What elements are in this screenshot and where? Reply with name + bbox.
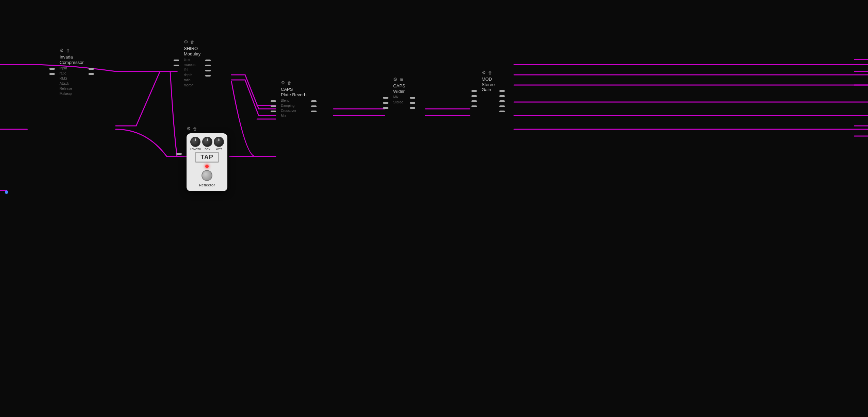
tap-wet-knob-container: WET — [214, 137, 224, 151]
caps-wider-gear-icon[interactable] — [393, 77, 398, 82]
shiro-trash-icon[interactable] — [190, 39, 194, 45]
tap-button-label: TAP — [195, 152, 219, 163]
caps-plate-input-jacks — [271, 100, 276, 112]
caps-wider-output-jacks — [410, 97, 415, 109]
invada-output-jack-1 — [89, 68, 94, 70]
mod-gear-icon[interactable] — [482, 70, 486, 75]
tap-dry-label: DRY — [205, 148, 210, 151]
caps-wider-trash-icon[interactable] — [400, 77, 404, 82]
mod-input-jacks — [471, 90, 477, 107]
invada-plugin-title: Invada Compressor — [60, 54, 84, 65]
caps-plate-params: Blend Damping Crossover Mix — [281, 98, 306, 118]
invada-output-jack-2 — [89, 73, 94, 75]
caps-plate-reverb-node: CAPS Plate Reverb Blend Damping Crossove… — [281, 80, 306, 118]
shiro-input-jacks — [174, 60, 179, 66]
caps-plate-output-jack-1 — [311, 100, 317, 102]
caps-wider-input-jack-3 — [383, 107, 388, 109]
tap-pedal-body: LENGTH DRY WET TAP Reflector — [187, 133, 227, 191]
caps-plate-trash-icon[interactable] — [287, 80, 291, 85]
tap-input-jack-1 — [176, 153, 182, 155]
mod-stereo-gain-node: MOD Stereo Gain — [482, 70, 495, 93]
mod-input-jack-3 — [471, 100, 477, 102]
tap-length-knob-container: LENGTH — [190, 137, 201, 151]
caps-wider-input-jack-2 — [383, 102, 388, 104]
caps-wider-output-jack-3 — [410, 107, 415, 109]
caps-wider-input-jacks — [383, 97, 388, 109]
mod-output-jack-1 — [499, 90, 505, 92]
wire-canvas: .wire { fill: none; stroke: #cc00cc; str… — [0, 0, 868, 417]
tap-length-label: LENGTH — [190, 148, 201, 151]
tap-wet-knob[interactable] — [214, 137, 224, 147]
caps-plate-subtitle: Plate Reverb — [281, 92, 306, 98]
shiro-output-jack-3 — [205, 70, 211, 71]
shiro-plugin-title: SHIRO Modulay — [184, 46, 200, 56]
tap-dry-knob[interactable] — [202, 137, 212, 147]
tap-trash-icon[interactable] — [193, 126, 197, 131]
mod-subtitle: Stereo Gain — [482, 82, 495, 93]
invada-params: input ratio RMS Attack Release Makeup — [60, 66, 84, 96]
shiro-gear-icon[interactable] — [184, 39, 188, 45]
caps-wider-output-jack-2 — [410, 102, 415, 104]
invada-gear-icon[interactable] — [60, 48, 64, 53]
invada-subtitle: Compressor — [60, 60, 84, 65]
mod-output-jack-5 — [499, 111, 505, 112]
caps-plate-input-jack-1 — [271, 100, 276, 102]
mod-output-jacks — [499, 90, 505, 112]
caps-wider-subtitle: Wider — [393, 89, 405, 94]
tap-pedal-name: Reflector — [189, 183, 225, 187]
mod-output-jack-4 — [499, 105, 505, 107]
shiro-output-jack-2 — [205, 65, 211, 66]
shiro-subtitle: Modulay — [184, 51, 200, 57]
invada-trash-icon[interactable] — [66, 48, 70, 53]
caps-plate-title: CAPS Plate Reverb — [281, 87, 306, 97]
mod-header — [482, 70, 495, 75]
tap-button-area: TAP — [189, 152, 225, 181]
caps-wider-params: Mix Stereo — [393, 95, 405, 105]
shiro-modulay-node: SHIRO Modulay time sweeps lfoL depth rat… — [184, 39, 200, 88]
caps-wider-output-jack-1 — [410, 97, 415, 99]
shiro-plugin-header — [184, 39, 200, 45]
mod-output-jack-3 — [499, 100, 505, 102]
mod-input-jack-4 — [471, 105, 477, 107]
invada-output-jacks — [89, 68, 94, 75]
caps-plate-input-jack-2 — [271, 105, 276, 107]
shiro-params: time sweeps lfoL depth ratio morph — [184, 57, 200, 88]
tap-knobs-row: LENGTH DRY WET — [189, 137, 225, 151]
caps-wider-title: CAPS Wider — [393, 83, 405, 94]
mod-input-jack-1 — [471, 90, 477, 92]
invada-input-jack-2 — [49, 73, 55, 75]
tap-plugin-header — [187, 126, 197, 131]
caps-wider-header — [393, 77, 405, 82]
invada-input-jack-1 — [49, 68, 55, 70]
tap-led — [205, 165, 209, 168]
invada-compressor-node: Invada Compressor input ratio RMS Attack… — [60, 48, 84, 96]
mod-output-jack-2 — [499, 95, 505, 97]
shiro-input-jack-2 — [174, 65, 179, 66]
mod-title: MOD Stereo Gain — [482, 77, 495, 93]
invada-input-jacks — [49, 68, 55, 75]
caps-wider-node: CAPS Wider Mix Stereo — [393, 77, 405, 105]
tap-reflector-node: LENGTH DRY WET TAP Reflector — [187, 126, 197, 133]
tap-wet-label: WET — [216, 148, 222, 151]
tap-gear-icon[interactable] — [187, 126, 191, 131]
caps-plate-header — [281, 80, 306, 85]
invada-plugin-header — [60, 48, 84, 53]
tap-dry-knob-container: DRY — [202, 137, 212, 151]
tap-length-knob[interactable] — [190, 137, 200, 147]
shiro-input-jack-1 — [174, 60, 179, 61]
shiro-output-jacks — [205, 60, 211, 77]
mod-trash-icon[interactable] — [488, 70, 492, 75]
shiro-output-jack-1 — [205, 60, 211, 61]
mod-input-jack-2 — [471, 95, 477, 97]
tap-input-jacks — [176, 153, 182, 155]
tap-footswitch[interactable] — [202, 170, 212, 181]
invada-name: Invada — [60, 54, 84, 60]
caps-plate-output-jack-2 — [311, 105, 317, 107]
shiro-output-jack-4 — [205, 75, 211, 77]
caps-plate-gear-icon[interactable] — [281, 80, 285, 85]
left-edge-connector — [5, 190, 8, 194]
caps-plate-output-jack-3 — [311, 111, 317, 112]
caps-wider-input-jack-1 — [383, 97, 388, 99]
caps-plate-output-jacks — [311, 100, 317, 112]
mod-name: MOD — [482, 77, 495, 82]
